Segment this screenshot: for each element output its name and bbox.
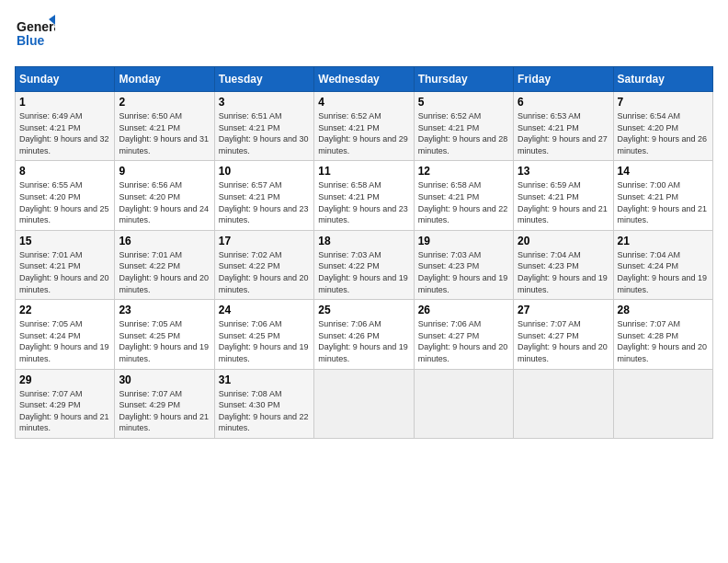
day-info: Sunrise: 6:58 AM Sunset: 4:21 PM Dayligh… <box>318 179 409 225</box>
day-number: 5 <box>418 96 509 109</box>
day-number: 26 <box>418 304 509 316</box>
calendar-day-2: 2Sunrise: 6:50 AM Sunset: 4:21 PM Daylig… <box>115 92 214 161</box>
weekday-header-wednesday: Wednesday <box>314 67 414 92</box>
day-info: Sunrise: 6:54 AM Sunset: 4:20 PM Dayligh… <box>618 110 709 156</box>
day-number: 8 <box>19 165 110 178</box>
day-number: 30 <box>119 373 210 386</box>
day-info: Sunrise: 6:52 AM Sunset: 4:21 PM Dayligh… <box>418 110 509 156</box>
calendar-day-21: 21Sunrise: 7:04 AM Sunset: 4:24 PM Dayli… <box>613 230 712 299</box>
calendar-day-7: 7Sunrise: 6:54 AM Sunset: 4:20 PM Daylig… <box>613 92 712 161</box>
day-number: 20 <box>518 235 609 247</box>
calendar-empty-cell <box>414 369 513 438</box>
calendar-day-14: 14Sunrise: 7:00 AM Sunset: 4:21 PM Dayli… <box>613 161 712 230</box>
day-info: Sunrise: 7:02 AM Sunset: 4:22 PM Dayligh… <box>219 249 310 295</box>
calendar-day-26: 26Sunrise: 7:06 AM Sunset: 4:27 PM Dayli… <box>414 300 513 369</box>
day-info: Sunrise: 6:49 AM Sunset: 4:21 PM Dayligh… <box>19 110 110 156</box>
calendar-row-5: 29Sunrise: 7:07 AM Sunset: 4:29 PM Dayli… <box>16 369 713 438</box>
day-info: Sunrise: 7:03 AM Sunset: 4:22 PM Dayligh… <box>318 249 409 295</box>
calendar-day-19: 19Sunrise: 7:03 AM Sunset: 4:23 PM Dayli… <box>414 230 513 299</box>
day-info: Sunrise: 6:53 AM Sunset: 4:21 PM Dayligh… <box>518 110 609 156</box>
day-info: Sunrise: 6:50 AM Sunset: 4:21 PM Dayligh… <box>119 110 210 156</box>
day-info: Sunrise: 7:01 AM Sunset: 4:22 PM Dayligh… <box>119 249 210 295</box>
day-info: Sunrise: 6:56 AM Sunset: 4:20 PM Dayligh… <box>119 179 210 225</box>
day-info: Sunrise: 6:59 AM Sunset: 4:21 PM Dayligh… <box>518 179 609 225</box>
calendar-day-9: 9Sunrise: 6:56 AM Sunset: 4:20 PM Daylig… <box>115 161 214 230</box>
day-number: 31 <box>219 373 310 386</box>
day-info: Sunrise: 7:06 AM Sunset: 4:26 PM Dayligh… <box>318 318 409 364</box>
page-header: General Blue <box>15 15 713 55</box>
logo-svg: General Blue <box>15 15 55 55</box>
weekday-header-thursday: Thursday <box>414 67 513 92</box>
day-info: Sunrise: 7:05 AM Sunset: 4:25 PM Dayligh… <box>119 318 210 364</box>
calendar-row-1: 1Sunrise: 6:49 AM Sunset: 4:21 PM Daylig… <box>16 92 713 161</box>
calendar-day-1: 1Sunrise: 6:49 AM Sunset: 4:21 PM Daylig… <box>16 92 115 161</box>
day-number: 18 <box>318 235 409 247</box>
day-number: 13 <box>518 165 609 178</box>
day-number: 7 <box>618 96 709 109</box>
weekday-header-saturday: Saturday <box>613 67 712 92</box>
calendar-day-3: 3Sunrise: 6:51 AM Sunset: 4:21 PM Daylig… <box>214 92 313 161</box>
calendar-table: SundayMondayTuesdayWednesdayThursdayFrid… <box>15 66 713 439</box>
calendar-empty-cell <box>314 369 414 438</box>
calendar-day-12: 12Sunrise: 6:58 AM Sunset: 4:21 PM Dayli… <box>414 161 513 230</box>
day-number: 11 <box>318 165 409 178</box>
day-number: 17 <box>219 235 310 247</box>
day-number: 22 <box>19 304 110 316</box>
calendar-empty-cell <box>613 369 712 438</box>
day-number: 9 <box>119 165 210 178</box>
calendar-day-16: 16Sunrise: 7:01 AM Sunset: 4:22 PM Dayli… <box>115 230 214 299</box>
calendar-day-15: 15Sunrise: 7:01 AM Sunset: 4:21 PM Dayli… <box>16 230 115 299</box>
day-info: Sunrise: 7:05 AM Sunset: 4:24 PM Dayligh… <box>19 318 110 364</box>
weekday-header-monday: Monday <box>115 67 214 92</box>
day-number: 14 <box>618 165 709 178</box>
day-number: 10 <box>219 165 310 178</box>
calendar-row-4: 22Sunrise: 7:05 AM Sunset: 4:24 PM Dayli… <box>16 300 713 369</box>
calendar-day-17: 17Sunrise: 7:02 AM Sunset: 4:22 PM Dayli… <box>214 230 313 299</box>
calendar-day-25: 25Sunrise: 7:06 AM Sunset: 4:26 PM Dayli… <box>314 300 414 369</box>
weekday-header-row: SundayMondayTuesdayWednesdayThursdayFrid… <box>16 67 713 92</box>
day-number: 16 <box>119 235 210 247</box>
day-number: 1 <box>19 96 110 109</box>
svg-text:General: General <box>17 19 55 34</box>
day-number: 27 <box>518 304 609 316</box>
calendar-day-28: 28Sunrise: 7:07 AM Sunset: 4:28 PM Dayli… <box>613 300 712 369</box>
calendar-day-4: 4Sunrise: 6:52 AM Sunset: 4:21 PM Daylig… <box>314 92 414 161</box>
day-number: 2 <box>119 96 210 109</box>
calendar-day-24: 24Sunrise: 7:06 AM Sunset: 4:25 PM Dayli… <box>214 300 313 369</box>
calendar-empty-cell <box>514 369 613 438</box>
day-number: 23 <box>119 304 210 316</box>
weekday-header-friday: Friday <box>514 67 613 92</box>
weekday-header-sunday: Sunday <box>16 67 115 92</box>
day-number: 15 <box>19 235 110 247</box>
day-number: 3 <box>219 96 310 109</box>
day-number: 24 <box>219 304 310 316</box>
day-info: Sunrise: 7:04 AM Sunset: 4:24 PM Dayligh… <box>618 249 709 295</box>
calendar-day-10: 10Sunrise: 6:57 AM Sunset: 4:21 PM Dayli… <box>214 161 313 230</box>
day-info: Sunrise: 7:04 AM Sunset: 4:23 PM Dayligh… <box>518 249 609 295</box>
calendar-day-20: 20Sunrise: 7:04 AM Sunset: 4:23 PM Dayli… <box>514 230 613 299</box>
calendar-day-13: 13Sunrise: 6:59 AM Sunset: 4:21 PM Dayli… <box>514 161 613 230</box>
logo-container: General Blue <box>15 15 55 55</box>
day-number: 25 <box>318 304 409 316</box>
day-info: Sunrise: 7:07 AM Sunset: 4:29 PM Dayligh… <box>119 388 210 434</box>
calendar-row-2: 8Sunrise: 6:55 AM Sunset: 4:20 PM Daylig… <box>16 161 713 230</box>
day-info: Sunrise: 6:58 AM Sunset: 4:21 PM Dayligh… <box>418 179 509 225</box>
calendar-day-22: 22Sunrise: 7:05 AM Sunset: 4:24 PM Dayli… <box>16 300 115 369</box>
calendar-day-23: 23Sunrise: 7:05 AM Sunset: 4:25 PM Dayli… <box>115 300 214 369</box>
day-number: 29 <box>19 373 110 386</box>
day-info: Sunrise: 7:06 AM Sunset: 4:27 PM Dayligh… <box>418 318 509 364</box>
calendar-day-5: 5Sunrise: 6:52 AM Sunset: 4:21 PM Daylig… <box>414 92 513 161</box>
day-info: Sunrise: 7:08 AM Sunset: 4:30 PM Dayligh… <box>219 388 310 434</box>
day-info: Sunrise: 6:51 AM Sunset: 4:21 PM Dayligh… <box>219 110 310 156</box>
logo: General Blue <box>15 15 55 55</box>
day-info: Sunrise: 7:01 AM Sunset: 4:21 PM Dayligh… <box>19 249 110 295</box>
day-info: Sunrise: 7:07 AM Sunset: 4:27 PM Dayligh… <box>518 318 609 364</box>
svg-text:Blue: Blue <box>17 33 45 48</box>
day-info: Sunrise: 7:00 AM Sunset: 4:21 PM Dayligh… <box>618 179 709 225</box>
calendar-row-3: 15Sunrise: 7:01 AM Sunset: 4:21 PM Dayli… <box>16 230 713 299</box>
weekday-header-tuesday: Tuesday <box>214 67 313 92</box>
day-number: 6 <box>518 96 609 109</box>
day-number: 12 <box>418 165 509 178</box>
calendar-day-11: 11Sunrise: 6:58 AM Sunset: 4:21 PM Dayli… <box>314 161 414 230</box>
day-number: 19 <box>418 235 509 247</box>
